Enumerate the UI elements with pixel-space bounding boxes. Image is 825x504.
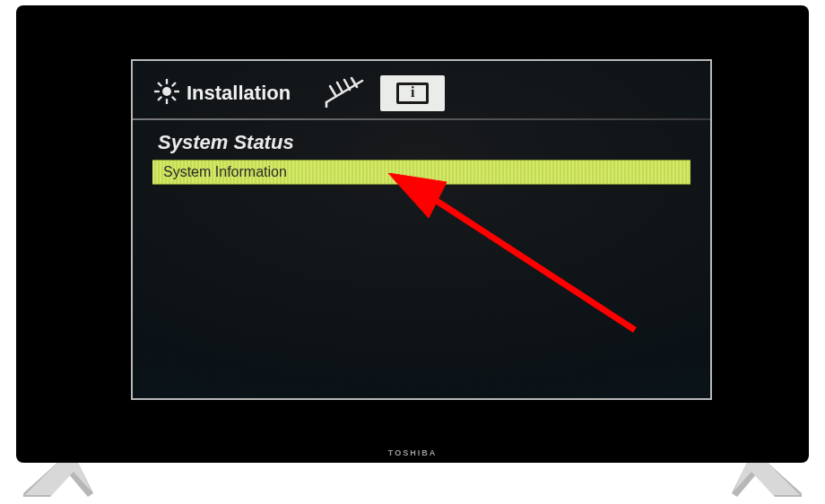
svg-marker-3 <box>734 461 800 495</box>
svg-rect-6 <box>166 99 168 104</box>
tab-installation-label: Installation <box>187 82 291 105</box>
tab-divider <box>133 118 710 120</box>
tab-antenna[interactable] <box>321 75 368 111</box>
menu-item-system-information[interactable]: System Information <box>152 160 690 185</box>
menu-frame: Installation <box>131 59 712 400</box>
svg-line-14 <box>330 86 335 95</box>
tv-stand-right <box>732 461 802 497</box>
svg-rect-9 <box>171 82 177 87</box>
tv-stand-left <box>23 461 93 497</box>
svg-rect-7 <box>154 91 160 92</box>
tv-brand-label: TOSHIBA <box>16 448 809 457</box>
svg-rect-8 <box>174 91 179 92</box>
svg-line-19 <box>421 191 635 330</box>
svg-line-13 <box>326 81 362 102</box>
svg-rect-11 <box>157 82 162 87</box>
menu-item-label: System Information <box>163 164 287 180</box>
svg-rect-10 <box>157 96 162 101</box>
info-icon: i <box>396 83 429 104</box>
antenna-icon <box>321 75 368 111</box>
svg-marker-1 <box>25 461 91 495</box>
tv-bezel: TOSHIBA <box>16 5 809 463</box>
annotation-arrow <box>348 173 671 365</box>
tab-system-info[interactable]: i <box>380 75 445 111</box>
svg-rect-12 <box>171 96 177 101</box>
tab-installation[interactable]: Installation <box>145 79 291 108</box>
page-heading: System Status <box>158 131 294 154</box>
gear-icon <box>154 79 179 108</box>
svg-line-16 <box>344 80 350 90</box>
svg-point-4 <box>162 87 171 96</box>
svg-line-15 <box>337 83 343 92</box>
svg-rect-5 <box>166 79 168 84</box>
tab-bar: Installation <box>133 72 445 115</box>
